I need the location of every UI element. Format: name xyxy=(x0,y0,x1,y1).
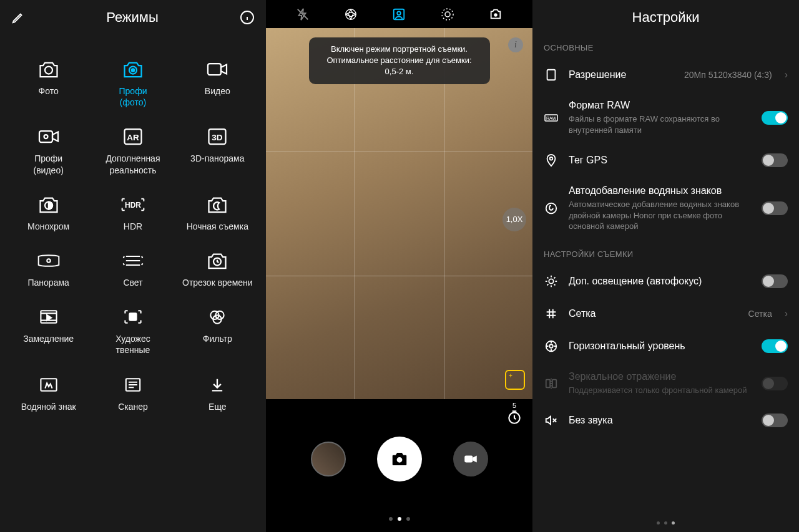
svg-point-35 xyxy=(550,157,553,160)
mode-scanner[interactable]: Сканер xyxy=(91,375,175,412)
raw-toggle[interactable] xyxy=(762,111,788,125)
gps-toggle[interactable] xyxy=(762,153,788,167)
video-mode-button[interactable] xyxy=(453,442,488,476)
mode-panorama[interactable]: Панорама xyxy=(6,251,91,288)
info-icon[interactable] xyxy=(240,10,255,25)
mode-pro-photo[interactable]: Профи (фото) xyxy=(91,59,175,108)
brightness-icon xyxy=(544,274,559,289)
mode-artistic[interactable]: Художес твенные xyxy=(91,307,175,355)
mirror-label: Зеркальное отражение xyxy=(569,371,752,382)
more-icon xyxy=(205,375,230,395)
mode-label: Художес твенные xyxy=(115,333,150,355)
mode-timelapse[interactable]: Отрезок времени xyxy=(175,251,260,288)
svg-rect-40 xyxy=(546,379,550,387)
setting-watermark[interactable]: Автодобавление водяных знаков Автоматиче… xyxy=(532,177,799,241)
level-icon xyxy=(544,339,559,354)
setting-grid[interactable]: Сетка Сетка › xyxy=(532,297,799,330)
mode-night[interactable]: Ночная съемка xyxy=(175,195,260,232)
mode-video[interactable]: Видео xyxy=(175,59,260,108)
autofocus-label: Доп. освещение (автофокус) xyxy=(569,276,752,287)
silent-toggle[interactable] xyxy=(762,414,788,427)
grid-line xyxy=(266,152,532,152)
mode-light[interactable]: Свет xyxy=(91,251,175,288)
svg-point-25 xyxy=(398,11,401,15)
modes-header: Режимы xyxy=(0,0,266,34)
autofocus-toggle[interactable] xyxy=(762,274,788,288)
svg-rect-41 xyxy=(552,379,556,387)
setting-resolution[interactable]: Разрешение 20Мп 5120x3840 (4:3) › xyxy=(532,59,799,91)
mode-3d-panorama[interactable]: 3D3D-панорама xyxy=(175,127,260,175)
grid-label: Сетка xyxy=(569,308,738,319)
mode-ar[interactable]: ARДополненная реальность xyxy=(91,127,175,175)
flash-icon[interactable] xyxy=(293,5,312,24)
resolution-icon xyxy=(544,67,559,82)
video-icon xyxy=(205,59,230,79)
camera-panel: i Включен режим портретной съемки. Оптим… xyxy=(266,0,532,532)
mode-more[interactable]: Еще xyxy=(175,375,260,412)
dot xyxy=(406,517,410,521)
grid-value: Сетка xyxy=(748,309,772,319)
gallery-button[interactable] xyxy=(311,442,346,476)
level-label: Горизонтальный уровень xyxy=(569,341,752,352)
mode-label: Видео xyxy=(205,85,230,97)
mode-pro-video[interactable]: Профи (видео) xyxy=(6,127,91,175)
mode-label: Замедление xyxy=(23,333,74,344)
mode-label: 3D-панорама xyxy=(190,153,244,164)
svg-point-37 xyxy=(549,279,553,283)
svg-point-23 xyxy=(346,9,356,19)
light-icon xyxy=(120,251,145,271)
chevron-right-icon: › xyxy=(785,69,788,80)
watermark-icon xyxy=(544,201,559,216)
moving-picture-icon[interactable] xyxy=(486,5,505,24)
mode-hdr[interactable]: HDRHDR xyxy=(91,195,175,232)
mode-monochrome[interactable]: Монохром xyxy=(6,195,91,232)
mode-slowmo[interactable]: Замедление xyxy=(6,307,91,355)
svg-text:AR: AR xyxy=(127,133,139,142)
monochrome-icon xyxy=(36,195,61,215)
setting-gps[interactable]: Тег GPS xyxy=(532,144,799,177)
mute-icon xyxy=(544,413,559,428)
grid-line xyxy=(266,276,532,276)
ar-icon: AR xyxy=(120,127,145,147)
zoom-button[interactable]: 1,0X xyxy=(502,208,526,231)
edit-icon[interactable] xyxy=(11,11,25,24)
svg-point-6 xyxy=(44,135,47,138)
settings-title: Настройки xyxy=(532,0,799,34)
setting-raw[interactable]: RAW Формат RAW Файлы в формате RAW сохра… xyxy=(532,91,799,144)
timelapse-icon xyxy=(205,251,230,271)
timer-button[interactable]: 5 xyxy=(506,402,522,425)
mirror-sub: Поддерживается только фронтальной камеро… xyxy=(569,385,752,396)
portrait-toast: Включен режим портретной съемки. Оптимал… xyxy=(309,37,490,84)
setting-autofocus-light[interactable]: Доп. освещение (автофокус) xyxy=(532,265,799,297)
mode-label: Дополненная реальность xyxy=(91,153,175,175)
aperture-icon[interactable] xyxy=(341,5,360,24)
location-icon xyxy=(544,153,559,168)
settings-panel: Настройки ОСНОВНЫЕ Разрешение 20Мп 5120x… xyxy=(532,0,799,532)
svg-rect-32 xyxy=(547,70,556,80)
svg-point-27 xyxy=(442,9,453,20)
svg-point-36 xyxy=(546,203,557,214)
setting-silent[interactable]: Без звука xyxy=(532,404,799,437)
viewfinder-info-icon[interactable]: i xyxy=(508,37,523,52)
svg-point-39 xyxy=(549,344,553,348)
photo-icon xyxy=(36,59,61,79)
setting-level[interactable]: Горизонтальный уровень xyxy=(532,330,799,362)
mode-watermark[interactable]: Водяной знак xyxy=(6,375,91,412)
mirror-icon xyxy=(544,376,559,391)
mode-photo[interactable]: Фото xyxy=(6,59,91,108)
shutter-button[interactable] xyxy=(377,437,422,481)
3d-panorama-icon: 3D xyxy=(205,127,230,147)
mirror-toggle xyxy=(762,377,788,390)
modes-grid: ФотоПрофи (фото)ВидеоПрофи (видео)ARДопо… xyxy=(0,34,266,412)
resolution-label: Разрешение xyxy=(569,69,674,80)
level-toggle[interactable] xyxy=(762,339,788,353)
raw-sub: Файлы в формате RAW сохраняются во внутр… xyxy=(569,114,752,135)
wide-aperture-icon[interactable] xyxy=(438,5,457,24)
viewfinder[interactable]: i Включен режим портретной съемки. Оптим… xyxy=(266,28,532,399)
camera-bottom-bar: 5 xyxy=(266,399,532,532)
svg-point-28 xyxy=(494,13,498,17)
mode-filter[interactable]: Фильтр xyxy=(175,307,260,355)
watermark-toggle[interactable] xyxy=(762,201,788,215)
effects-button[interactable] xyxy=(505,370,525,390)
portrait-icon[interactable] xyxy=(390,5,408,24)
